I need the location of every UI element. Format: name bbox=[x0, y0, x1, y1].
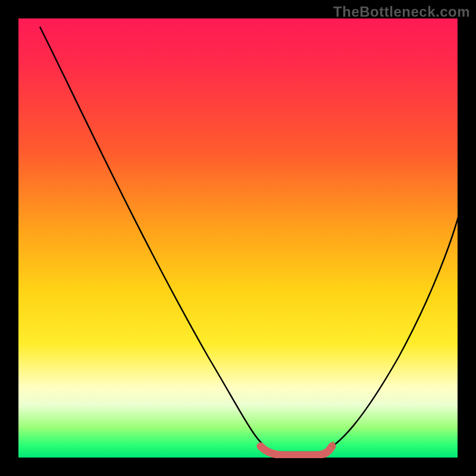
curve-layer bbox=[18, 18, 458, 458]
watermark-text: TheBottleneck.com bbox=[333, 4, 470, 20]
optimal-zone-marker-texture bbox=[261, 446, 332, 455]
bottleneck-curve bbox=[40, 27, 458, 452]
plot-area bbox=[18, 18, 458, 458]
chart-canvas: TheBottleneck.com bbox=[0, 0, 476, 476]
